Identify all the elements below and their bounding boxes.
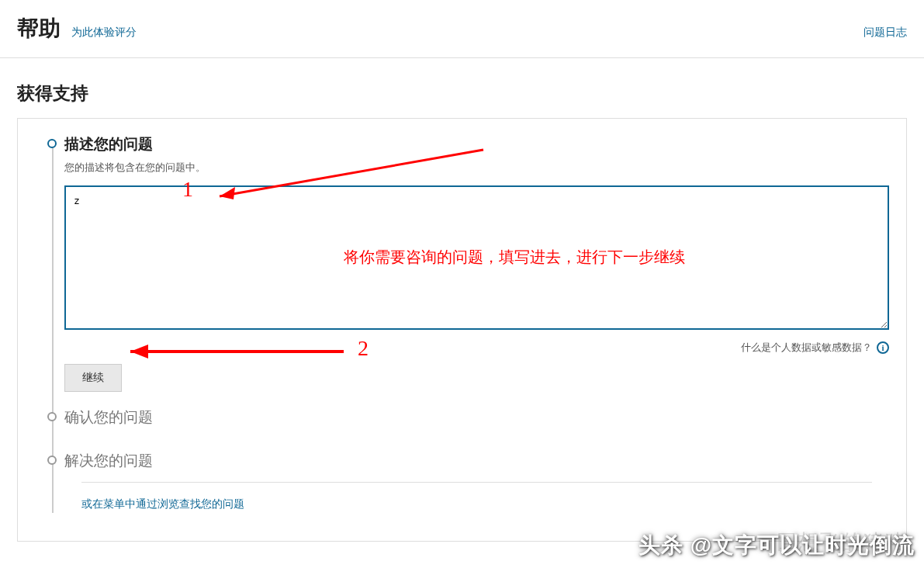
rate-experience-link[interactable]: 为此体验评分 <box>71 26 137 40</box>
watermark-main: 头杀 @文字可以让时光倒流 <box>638 531 915 560</box>
page-title: 帮助 <box>17 14 61 43</box>
sensitive-data-label: 什么是个人数据或敏感数据？ <box>741 341 872 355</box>
page-header: 帮助 为此体验评分 问题日志 <box>0 0 924 58</box>
steps-timeline: 描述您的问题 您的描述将包含在您的问题中。 什么是个人数据或敏感数据？ i 继续… <box>18 119 906 541</box>
browse-menu-link[interactable]: 或在菜单中通过浏览查找您的问题 <box>81 497 244 510</box>
step-resolve: 解决您的问题 <box>64 451 889 471</box>
continue-button[interactable]: 继续 <box>64 364 122 392</box>
step-dot-inactive <box>47 412 57 421</box>
step-describe-subtitle: 您的描述将包含在您的问题中。 <box>64 161 889 175</box>
issue-textarea[interactable] <box>64 185 889 330</box>
step-confirm-title: 确认您的问题 <box>64 407 889 428</box>
step-describe: 描述您的问题 您的描述将包含在您的问题中。 什么是个人数据或敏感数据？ i 继续 <box>64 134 889 392</box>
support-card: 描述您的问题 您的描述将包含在您的问题中。 什么是个人数据或敏感数据？ i 继续… <box>17 118 907 542</box>
step-resolve-title: 解决您的问题 <box>64 451 889 471</box>
step-confirm: 确认您的问题 <box>64 407 889 428</box>
info-icon[interactable]: i <box>877 341 889 354</box>
issue-log-link[interactable]: 问题日志 <box>863 26 907 40</box>
card-footer: 或在菜单中通过浏览查找您的问题 <box>81 482 872 525</box>
step-dot-active <box>47 139 57 148</box>
section-title: 获得支持 <box>0 58 924 118</box>
step-describe-title: 描述您的问题 <box>64 134 889 154</box>
step-dot-inactive <box>47 455 57 465</box>
sensitive-data-row: 什么是个人数据或敏感数据？ i <box>64 341 889 355</box>
header-left: 帮助 为此体验评分 <box>17 14 137 43</box>
